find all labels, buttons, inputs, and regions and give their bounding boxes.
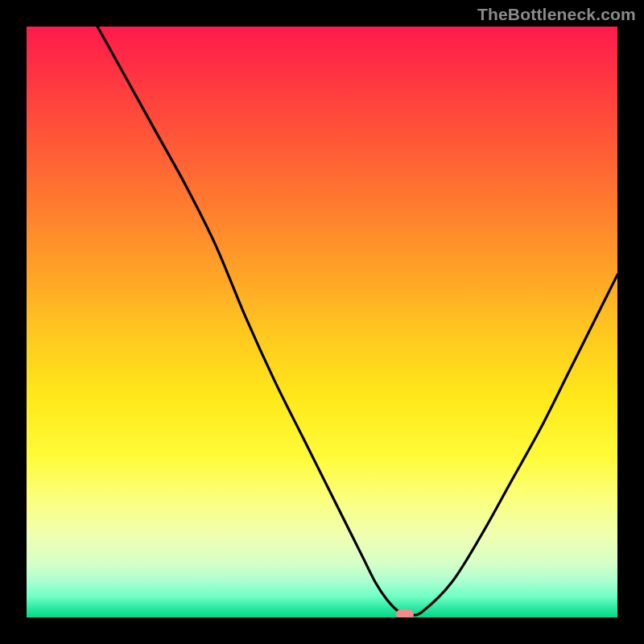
chart-frame: TheBottleneck.com: [0, 0, 644, 644]
optimum-marker: [396, 609, 414, 617]
watermark-text: TheBottleneck.com: [477, 5, 636, 24]
plot-area: [27, 27, 617, 617]
bottleneck-curve: [27, 27, 617, 617]
